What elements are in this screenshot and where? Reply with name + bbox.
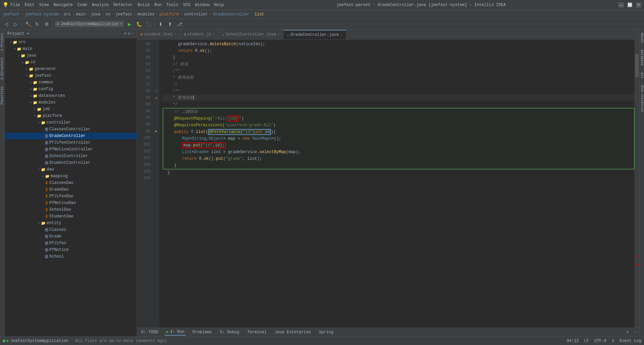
tree-item-src[interactable]: ▾ 📁 src xyxy=(5,39,137,46)
tree-item-grade[interactable]: ▸ C Grade xyxy=(5,233,137,240)
menu-help[interactable]: Help xyxy=(214,3,224,7)
bottom-tab-problems[interactable]: Problems xyxy=(191,329,213,335)
breadcrumb-cn[interactable]: cn xyxy=(106,12,110,17)
close-panel-icon[interactable]: — xyxy=(634,330,637,335)
menu-tools[interactable]: Tools xyxy=(166,3,178,7)
sync-button[interactable]: ↻ xyxy=(33,20,41,28)
stop-button[interactable]: ⬛ xyxy=(144,20,152,28)
tree-item-jeefast[interactable]: ▾ 📁 jeefast xyxy=(5,72,137,79)
tab-close-gradecontroller[interactable]: × xyxy=(340,33,342,37)
git-branch-button[interactable]: ⎇ xyxy=(175,20,183,28)
tab-close-student-html[interactable]: × xyxy=(174,32,177,37)
code-content[interactable]: gradeService.deleteBatch(noticeIds); ret… xyxy=(159,40,635,328)
build-button[interactable]: 🔨 xyxy=(24,20,32,28)
sidebar-tab-structure[interactable]: 2-Structure xyxy=(0,58,4,80)
right-tab-maven[interactable]: Maven xyxy=(640,33,644,43)
tree-item-platform[interactable]: ▾ 📁 platform xyxy=(5,113,137,119)
bottom-tab-terminal[interactable]: Terminal xyxy=(246,329,268,335)
status-event-log[interactable]: Event Log xyxy=(620,339,641,343)
tree-item-mapping[interactable]: ▸ 📁 mapping xyxy=(5,173,137,180)
breadcrumb-main[interactable]: main xyxy=(76,12,86,17)
status-encoding[interactable]: UTF-8 xyxy=(594,339,606,343)
tree-item-studentdao[interactable]: ▸ I StudentDao xyxy=(5,213,137,220)
menu-analyze[interactable]: Analyze xyxy=(92,3,109,7)
tree-item-pfnoticecontroller[interactable]: ▸ C PfNoticeController xyxy=(5,146,137,153)
tree-item-common[interactable]: ▸ 📁 common xyxy=(5,79,137,86)
sidebar-tab-favorites[interactable]: Favorites xyxy=(0,86,4,105)
status-lf[interactable]: LF xyxy=(584,339,589,343)
tree-item-datasources[interactable]: ▸ 📁 datasources xyxy=(5,92,137,99)
breadcrumb-java[interactable]: java xyxy=(91,12,100,17)
tab-close-student-js[interactable]: × xyxy=(213,32,215,37)
bottom-tab-run[interactable]: ▶ 4: Run xyxy=(165,329,185,336)
tree-item-studentcontroller[interactable]: ▸ C StudentController xyxy=(5,159,137,166)
minimize-button[interactable]: — xyxy=(619,2,624,8)
run-icon-99[interactable]: ▶ xyxy=(155,128,157,135)
menu-navigate[interactable]: Navigate xyxy=(53,3,73,7)
tree-item-schoolcontroller[interactable]: ▸ C SchoolController xyxy=(5,153,137,159)
bottom-tab-todo[interactable]: 6: TODO xyxy=(140,329,159,335)
settings-gear-icon[interactable]: ⚙ xyxy=(627,330,629,335)
minimize-panel-icon[interactable]: — xyxy=(132,31,134,36)
forward-button[interactable]: ▷ xyxy=(11,20,19,28)
run-config-selector[interactable]: ▶ JeeFastSystemApplication ▼ xyxy=(55,21,124,27)
git-update-button[interactable]: ⬇ xyxy=(157,20,165,28)
breadcrumb-jeefast[interactable]: jeefast xyxy=(3,12,19,17)
menu-run[interactable]: Run xyxy=(154,3,162,7)
breadcrumb-platform[interactable]: platform xyxy=(159,12,179,17)
run-button[interactable]: ▶ xyxy=(125,20,133,28)
close-button[interactable]: ✕ xyxy=(636,2,641,8)
menu-window[interactable]: Window xyxy=(195,3,209,7)
tree-item-classescontroller[interactable]: ▸ C ClassesController xyxy=(5,126,137,133)
tab-gradecontroller-java[interactable]: ☕ GradeController.java × xyxy=(283,30,346,39)
collapse-all-icon[interactable]: ⊟ xyxy=(124,31,126,36)
breadcrumb-modules[interactable]: modules xyxy=(138,12,154,17)
tab-student-js[interactable]: J student.js × xyxy=(180,30,219,39)
breadcrumb-gradecontroller[interactable]: GradeController xyxy=(213,12,249,17)
menu-view[interactable]: View xyxy=(39,3,49,7)
breadcrumb-jeefast-system[interactable]: jeefast-system xyxy=(25,12,59,17)
right-tab-ant[interactable]: Ant xyxy=(640,72,644,78)
status-indent[interactable]: 4 xyxy=(612,339,614,343)
tree-item-pfjifencontroller[interactable]: ▸ C PfJifenController xyxy=(5,139,137,146)
tree-item-entity[interactable]: ▾ 📁 entity xyxy=(5,220,137,226)
bottom-tab-debug[interactable]: 5: Debug xyxy=(218,329,240,335)
tree-item-main[interactable]: ▾ 📁 main xyxy=(5,46,137,52)
tree-item-controller[interactable]: ▾ 📁 controller xyxy=(5,119,137,126)
breadcrumb-jeefast2[interactable]: jeefast xyxy=(115,12,132,17)
right-tab-database[interactable]: Database xyxy=(640,50,644,66)
tree-item-config[interactable]: ▸ 📁 config xyxy=(5,86,137,92)
tab-student-html[interactable]: H student.html × xyxy=(137,30,180,39)
tab-close-schoolcontroller[interactable]: × xyxy=(278,32,280,37)
menu-file[interactable]: File xyxy=(10,3,20,7)
breadcrumb-list[interactable]: list xyxy=(255,12,264,17)
tree-item-pfjifen[interactable]: ▸ C PfJifen xyxy=(5,240,137,247)
git-push-button[interactable]: ⬆ xyxy=(166,20,174,28)
menu-edit[interactable]: Edit xyxy=(25,3,35,7)
tree-item-gradecontroller[interactable]: ▸ C GradeController xyxy=(5,133,137,139)
back-button[interactable]: ◁ xyxy=(2,20,10,28)
right-tab-bean-validation[interactable]: Bean Validation xyxy=(640,85,644,112)
tree-item-generator[interactable]: ▸ 📁 generator xyxy=(5,66,137,72)
settings-button[interactable]: ⚙ xyxy=(43,20,51,28)
tree-item-pfjifendao[interactable]: ▸ I PfJifenDao xyxy=(5,193,137,200)
tree-item-school[interactable]: ▸ C School xyxy=(5,253,137,260)
breadcrumb-controller[interactable]: controller xyxy=(184,12,208,17)
breadcrumb-src[interactable]: src xyxy=(64,12,71,17)
tree-item-schooldao[interactable]: ▸ I SchoolDao xyxy=(5,206,137,213)
menu-refactor[interactable]: Refactor xyxy=(113,3,133,7)
tree-item-classes[interactable]: ▸ C Classes xyxy=(5,226,137,233)
tree-item-gradedao[interactable]: ▸ I GradeDao xyxy=(5,186,137,193)
settings-icon[interactable]: ⚙ xyxy=(128,31,130,36)
tree-item-cn[interactable]: ▾ 📁 cn xyxy=(5,59,137,66)
menu-vcs[interactable]: VCS xyxy=(183,3,191,7)
tree-item-modules[interactable]: ▾ 📁 modules xyxy=(5,99,137,106)
tree-item-pfnotice[interactable]: ▸ C PfNotice xyxy=(5,247,137,253)
scroll-thumb[interactable] xyxy=(635,54,639,77)
sidebar-tab-project[interactable]: 1-Project xyxy=(0,33,4,51)
bottom-tab-java-enterprise[interactable]: Java Enterprise xyxy=(273,329,312,335)
bottom-tab-spring[interactable]: Spring xyxy=(318,329,335,335)
maximize-button[interactable]: ⬜ xyxy=(627,2,633,8)
tree-item-dao[interactable]: ▾ 📁 dao xyxy=(5,166,137,173)
debug-button[interactable]: 🐛 xyxy=(135,20,143,28)
